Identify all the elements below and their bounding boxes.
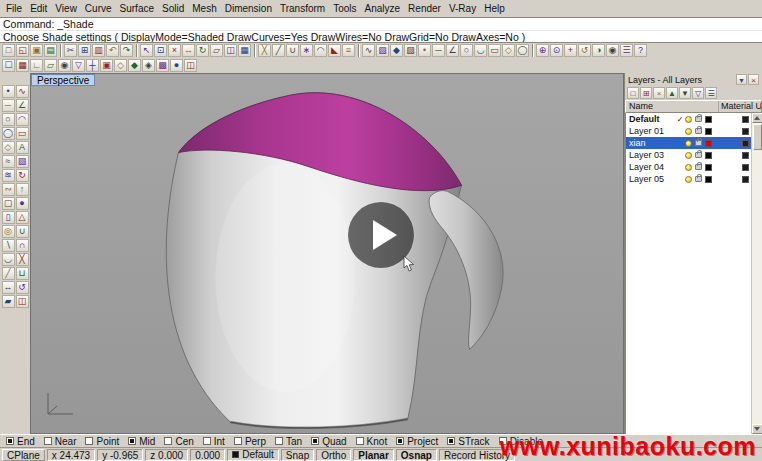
layer-material-swatch[interactable] xyxy=(742,116,749,123)
join-icon[interactable]: ∪ xyxy=(286,44,299,57)
osnap-checkbox[interactable] xyxy=(447,437,455,445)
osnap-quad[interactable]: Quad xyxy=(311,436,346,447)
mirror-3d-icon[interactable]: ◫ xyxy=(16,295,29,308)
render-icon[interactable]: ◉ xyxy=(606,44,619,57)
curve-tools-icon[interactable]: ∿ xyxy=(362,44,375,57)
command-prompt[interactable]: Choose Shade settings ( DisplayMode=Shad… xyxy=(0,30,762,42)
toggle-osnap[interactable]: Osnap xyxy=(396,449,437,461)
point-icon[interactable]: • xyxy=(418,44,431,57)
rendered-display-icon[interactable]: ● xyxy=(170,59,183,72)
polygon-icon[interactable]: ◇ xyxy=(502,44,515,57)
osnap-end[interactable]: End xyxy=(6,436,35,447)
cut-icon[interactable]: ✂ xyxy=(64,44,77,57)
osnap-strack[interactable]: STrack xyxy=(447,436,489,447)
current-layer-indicator[interactable]: Default xyxy=(227,449,279,461)
osnap-checkbox[interactable] xyxy=(44,437,52,445)
layer-lock-icon[interactable] xyxy=(695,140,702,146)
layer-material-swatch[interactable] xyxy=(742,128,749,135)
fillet-icon[interactable]: ◠ xyxy=(314,44,327,57)
panel-close-icon[interactable]: × xyxy=(748,74,759,85)
column-header-material[interactable]: Material U... xyxy=(719,101,761,112)
rotate-icon[interactable]: ↻ xyxy=(196,44,209,57)
layer-material-swatch[interactable] xyxy=(742,152,749,159)
scroll-down-icon[interactable] xyxy=(752,424,762,434)
layer-row[interactable]: Layer 03 xyxy=(626,149,762,161)
layer-visibility-bulb-icon[interactable] xyxy=(685,152,692,159)
curve-icon[interactable]: ∿ xyxy=(16,85,29,98)
osnap-mid[interactable]: Mid xyxy=(128,436,155,447)
move-layer-up-icon[interactable]: ▲ xyxy=(666,87,678,99)
rectangle-icon[interactable]: ▭ xyxy=(16,127,29,140)
join-icon[interactable]: ⊔ xyxy=(16,267,29,280)
arc-icon[interactable]: ◡ xyxy=(474,44,487,57)
layer-row[interactable]: Layer 01 xyxy=(626,125,762,137)
osnap-perp[interactable]: Perp xyxy=(234,436,266,447)
osnap-checkbox[interactable] xyxy=(203,437,211,445)
helix-icon[interactable]: ≈ xyxy=(2,155,15,168)
scale-3d-icon[interactable]: ▰ xyxy=(2,295,15,308)
osnap-project[interactable]: Project xyxy=(396,436,438,447)
copy-icon[interactable]: ⊞ xyxy=(78,44,91,57)
column-header-name[interactable]: Name xyxy=(626,101,719,112)
revolve-icon[interactable]: ↻ xyxy=(16,169,29,182)
mesh-tools-icon[interactable]: ▨ xyxy=(404,44,417,57)
toggle-snap[interactable]: Snap xyxy=(281,449,314,461)
layer-color-swatch[interactable] xyxy=(705,176,712,183)
layer-visibility-bulb-icon[interactable] xyxy=(685,176,692,183)
circle-icon[interactable]: ○ xyxy=(460,44,473,57)
scroll-up-icon[interactable] xyxy=(752,113,762,123)
layer-lock-icon[interactable] xyxy=(695,128,702,134)
array-icon[interactable]: ▦ xyxy=(238,44,251,57)
osnap-disable[interactable]: Disable xyxy=(499,436,543,447)
line-icon[interactable]: ─ xyxy=(2,99,15,112)
viewport-perspective[interactable]: Perspective xyxy=(30,73,624,434)
menu-analyze[interactable]: Analyze xyxy=(361,2,405,15)
named-views-icon[interactable]: ▣ xyxy=(100,59,113,72)
fillet-edge-icon[interactable]: ◡ xyxy=(2,253,15,266)
torus-icon[interactable]: ◎ xyxy=(2,225,15,238)
menu-dimension[interactable]: Dimension xyxy=(221,2,276,15)
layers-scrollbar[interactable] xyxy=(751,113,762,434)
arc-icon[interactable]: ◠ xyxy=(16,113,29,126)
surface-icon[interactable]: ▧ xyxy=(16,155,29,168)
scroll-thumb[interactable] xyxy=(753,124,762,150)
shaded-display-icon[interactable]: ◆ xyxy=(128,59,141,72)
rectangle-icon[interactable]: ▭ xyxy=(488,44,501,57)
wireframe-display-icon[interactable]: ◇ xyxy=(114,59,127,72)
osnap-checkbox[interactable] xyxy=(6,437,14,445)
boolean-intersection-icon[interactable]: ∩ xyxy=(16,239,29,252)
line-icon[interactable]: ─ xyxy=(432,44,445,57)
layer-material-swatch[interactable] xyxy=(742,164,749,171)
osnap-checkbox[interactable] xyxy=(164,437,172,445)
layer-color-swatch[interactable] xyxy=(705,164,712,171)
new-layer-icon[interactable]: □ xyxy=(627,87,639,99)
layer-lock-icon[interactable] xyxy=(695,164,702,170)
layer-visibility-bulb-icon[interactable] xyxy=(685,116,692,123)
cylinder-icon[interactable]: ▯ xyxy=(2,211,15,224)
loft-icon[interactable]: ≋ xyxy=(2,169,15,182)
scale-icon[interactable]: ▱ xyxy=(210,44,223,57)
polygon-icon[interactable]: ◇ xyxy=(2,141,15,154)
text-icon[interactable]: A xyxy=(16,141,29,154)
xray-display-icon[interactable]: ▩ xyxy=(156,59,169,72)
osnap-near[interactable]: Near xyxy=(44,436,77,447)
new-sublayer-icon[interactable]: ⊞ xyxy=(640,87,652,99)
ortho-icon[interactable]: ∟ xyxy=(30,59,43,72)
menu-edit[interactable]: Edit xyxy=(26,2,51,15)
osnap-tan[interactable]: Tan xyxy=(275,436,302,447)
extrude-icon[interactable]: ↑ xyxy=(16,183,29,196)
layer-color-swatch[interactable] xyxy=(705,140,712,147)
polyline-icon[interactable]: ∠ xyxy=(446,44,459,57)
toggle-planar[interactable]: Planar xyxy=(353,449,394,461)
move-icon[interactable]: ↔ xyxy=(182,44,195,57)
undo-icon[interactable]: ↶ xyxy=(106,44,119,57)
cplane-button[interactable]: CPlane xyxy=(2,449,45,461)
open-file-icon[interactable]: ◱ xyxy=(16,44,29,57)
layer-color-swatch[interactable] xyxy=(705,116,712,123)
osnap-point[interactable]: Point xyxy=(85,436,119,447)
select-window-icon[interactable]: ⊡ xyxy=(154,44,167,57)
filter-layers-icon[interactable]: ▽ xyxy=(692,87,704,99)
menu-transform[interactable]: Transform xyxy=(276,2,329,15)
osnap-int[interactable]: Int xyxy=(203,436,225,447)
rotate-3d-icon[interactable]: ↺ xyxy=(16,281,29,294)
